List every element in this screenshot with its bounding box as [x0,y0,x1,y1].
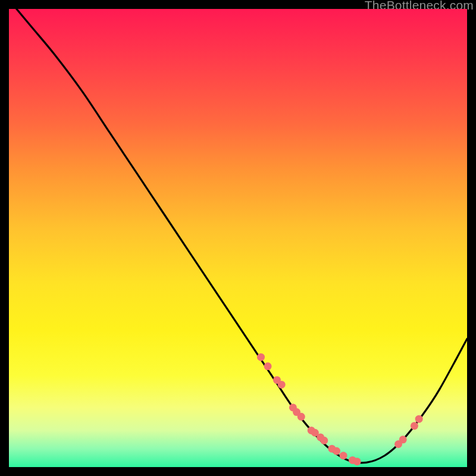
chart-svg [9,9,467,467]
highlight-point [264,362,272,370]
bottleneck-curve [9,9,467,463]
highlight-point [399,436,407,443]
highlight-point [353,458,361,465]
highlight-point [340,452,347,459]
highlight-point [411,422,418,430]
chart-wrapper: TheBottleneck.com [0,0,476,476]
highlight-point [320,437,328,444]
highlight-point [278,381,286,389]
highlight-points [257,353,423,466]
highlight-point [298,413,305,421]
highlight-point [257,353,265,361]
highlight-point [333,447,340,455]
plot-area [9,9,467,467]
highlight-point [415,415,423,423]
